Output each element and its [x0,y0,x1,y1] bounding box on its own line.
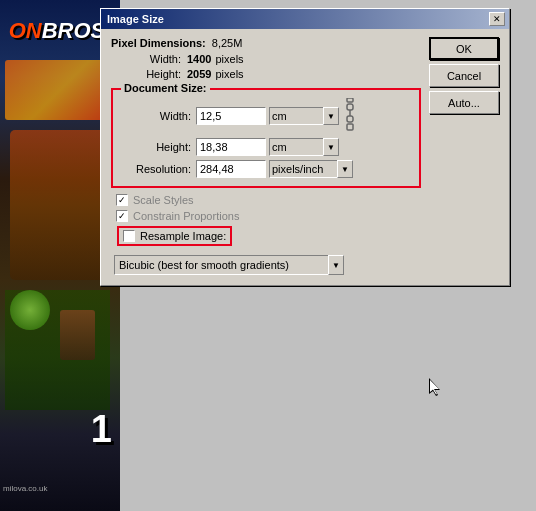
pixel-width-value: 1400 [187,53,211,65]
constrain-proportions-checkmark: ✓ [118,211,126,221]
pixel-width-row: Width: 1400 pixels [111,53,421,65]
close-button[interactable]: ✕ [489,12,505,26]
pixel-height-label: Height: [126,68,181,80]
pixel-height-unit: pixels [215,68,243,80]
scale-styles-checkmark: ✓ [118,195,126,205]
image-size-dialog: Image Size ✕ Pixel Dimensions: 8,25M Wid… [100,8,510,286]
auto-button[interactable]: Auto... [429,91,499,114]
resolution-unit-wrapper: pixels/inch pixels/cm ▼ [269,160,353,178]
pixel-width-unit: pixels [215,53,243,65]
resolution-input[interactable] [196,160,266,178]
pixel-height-value: 2059 [187,68,211,80]
document-size-inner: Width: cm pixels inches mm ▼ [121,98,411,178]
ok-button[interactable]: OK [429,37,499,60]
resample-image-checkbox[interactable] [123,230,135,242]
doc-width-unit-select[interactable]: cm pixels inches mm [269,107,339,125]
doc-width-row: Width: cm pixels inches mm ▼ [121,98,411,134]
pixel-dimensions-section: Pixel Dimensions: 8,25M Width: 1400 pixe… [111,37,421,80]
chain-link-icon [341,98,359,134]
svg-rect-5 [347,116,353,122]
svg-rect-3 [347,104,353,110]
pixel-dimensions-label: Pixel Dimensions: [111,37,206,49]
doc-height-row: Height: cm pixels inches mm ▼ [121,138,411,156]
document-size-groupbox: Document Size: Width: cm pixels inches [111,88,421,188]
resolution-unit-select-wrapper[interactable]: pixels/inch pixels/cm ▼ [269,160,353,178]
scale-styles-checkbox[interactable]: ✓ [116,194,128,206]
doc-height-unit-wrapper: cm pixels inches mm ▼ [269,138,339,156]
title-bar-buttons: ✕ [489,12,505,26]
resample-method-select[interactable]: Bicubic (best for smooth gradients) Near… [114,255,344,275]
dialog-right-panel: OK Cancel Auto... [429,37,499,275]
dialog-title: Image Size [107,13,164,25]
scale-styles-row: ✓ Scale Styles [111,194,421,206]
pixel-height-row: Height: 2059 pixels [111,68,421,80]
title-bar: Image Size ✕ [101,9,509,29]
pixel-width-label: Width: [126,53,181,65]
constrain-proportions-checkbox[interactable]: ✓ [116,210,128,222]
doc-height-label: Height: [121,141,191,153]
doc-height-unit-select-wrapper[interactable]: cm pixels inches mm ▼ [269,138,339,156]
resolution-row: Resolution: pixels/inch pixels/cm ▼ [121,160,411,178]
scale-styles-label: Scale Styles [133,194,194,206]
doc-width-input[interactable] [196,107,266,125]
doc-height-input[interactable] [196,138,266,156]
resample-image-label: Resample Image: [140,230,226,242]
constrain-proportions-row: ✓ Constrain Proportions [111,210,421,222]
document-size-label: Document Size: [121,82,210,94]
bg-small-text: milova.co.uk [3,481,47,493]
doc-width-unit-wrapper: cm pixels inches mm ▼ [269,107,339,125]
doc-height-unit-select[interactable]: cm pixels inches mm [269,138,339,156]
resample-method-select-wrapper[interactable]: Bicubic (best for smooth gradients) Near… [114,255,344,275]
pixel-dimensions-value: 8,25M [212,37,243,49]
doc-width-unit-select-wrapper[interactable]: cm pixels inches mm ▼ [269,107,339,125]
resample-image-row[interactable]: Resample Image: [117,226,232,246]
svg-rect-6 [347,124,353,130]
dialog-left-panel: Pixel Dimensions: 8,25M Width: 1400 pixe… [111,37,421,275]
resample-image-container: Resample Image: [114,226,232,250]
doc-width-label: Width: [121,110,191,122]
bg-number: 1 [91,408,112,451]
resample-method-row: Bicubic (best for smooth gradients) Near… [111,255,421,275]
cancel-button[interactable]: Cancel [429,64,499,87]
resolution-label: Resolution: [121,163,191,175]
constrain-proportions-label: Constrain Proportions [133,210,239,222]
resolution-unit-select[interactable]: pixels/inch pixels/cm [269,160,353,178]
svg-rect-2 [347,98,353,102]
